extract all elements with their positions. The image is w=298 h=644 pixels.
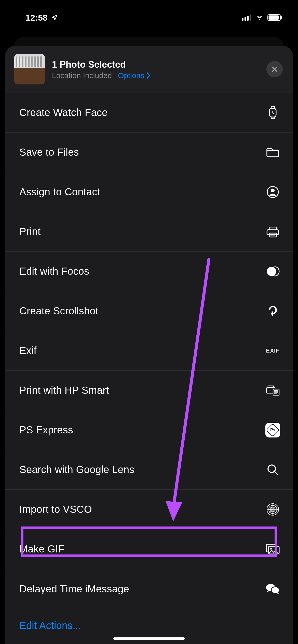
- location-included-label: Location Included: [52, 71, 112, 80]
- action-label: Create Watch Face: [19, 107, 108, 118]
- scrollshot-icon: [265, 305, 280, 317]
- svg-rect-2: [247, 16, 249, 21]
- svg-point-9: [271, 188, 275, 192]
- action-print-hp-smart[interactable]: Print with HP Smart: [5, 371, 293, 410]
- action-label: Delayed Time iMessage: [19, 583, 129, 595]
- svg-rect-5: [269, 16, 279, 20]
- svg-point-22: [270, 548, 272, 550]
- status-bar: 12:58: [0, 0, 298, 25]
- gallery-icon: [265, 543, 280, 555]
- action-label: Exif: [19, 345, 36, 356]
- svg-rect-15: [273, 389, 279, 395]
- printer-icon: [265, 225, 280, 238]
- action-make-gif[interactable]: Make GIF: [5, 529, 293, 569]
- action-delayed-imessage[interactable]: Delayed Time iMessage: [5, 569, 293, 609]
- location-icon: [51, 14, 58, 21]
- action-label: PS Express: [19, 424, 73, 436]
- status-left: 12:58: [25, 13, 58, 23]
- action-create-watch-face[interactable]: Create Watch Face: [5, 93, 293, 133]
- svg-rect-10: [267, 230, 278, 235]
- action-label: Edit with Focos: [19, 266, 89, 277]
- close-icon: [271, 66, 278, 73]
- edit-actions-label: Edit Actions...: [19, 620, 81, 631]
- ps-icon: Ps: [265, 423, 280, 437]
- action-save-to-files[interactable]: Save to Files: [5, 133, 293, 172]
- action-label: Search with Google Lens: [19, 464, 134, 475]
- cellular-icon: [242, 14, 252, 21]
- action-label: Print: [19, 226, 40, 237]
- contact-icon: [265, 186, 280, 198]
- status-right: [242, 14, 283, 21]
- chat-icon: [265, 583, 280, 595]
- svg-rect-0: [242, 18, 243, 21]
- options-label: Options: [118, 71, 144, 80]
- close-button[interactable]: [266, 61, 283, 77]
- action-print[interactable]: Print: [5, 212, 293, 252]
- action-label: Print with HP Smart: [19, 385, 109, 396]
- svg-point-12: [267, 267, 276, 276]
- svg-point-24: [271, 587, 279, 593]
- action-edit-with-focos[interactable]: Edit with Focos: [5, 252, 293, 291]
- action-create-scrollshot[interactable]: Create Scrollshot: [5, 291, 293, 331]
- header-title: 1 Photo Selected: [52, 59, 259, 70]
- svg-rect-3: [250, 14, 251, 21]
- sheet-header: 1 Photo Selected Location Included Optio…: [5, 46, 293, 93]
- selected-photo-thumbnail[interactable]: [14, 54, 45, 84]
- status-time: 12:58: [25, 13, 48, 23]
- action-label: Make GIF: [19, 543, 64, 555]
- svg-rect-1: [245, 17, 246, 21]
- action-search-google-lens[interactable]: Search with Google Lens: [5, 450, 293, 490]
- folder-icon: [265, 147, 280, 158]
- share-sheet: 1 Photo Selected Location Included Optio…: [5, 46, 293, 644]
- wifi-icon: [255, 14, 264, 21]
- header-text: 1 Photo Selected Location Included Optio…: [52, 59, 259, 80]
- action-label: Create Scrollshot: [19, 305, 98, 317]
- battery-icon: [267, 14, 283, 21]
- action-import-vsco[interactable]: Import to VSCO: [5, 490, 293, 529]
- focos-icon: [265, 266, 280, 277]
- action-label: Save to Files: [19, 147, 79, 158]
- home-indicator[interactable]: [113, 637, 185, 640]
- svg-rect-6: [281, 16, 282, 19]
- action-label: Import to VSCO: [19, 504, 92, 515]
- action-label: Assign to Contact: [19, 186, 100, 198]
- search-icon: [265, 463, 280, 476]
- vsco-icon: [265, 503, 280, 516]
- action-exif[interactable]: Exif EXIF: [5, 331, 293, 371]
- action-assign-to-contact[interactable]: Assign to Contact: [5, 172, 293, 212]
- watch-icon: [265, 106, 280, 120]
- chevron-right-icon: [146, 72, 151, 79]
- header-subtitle-row: Location Included Options: [52, 71, 259, 80]
- exif-icon: EXIF: [265, 347, 280, 354]
- action-list: Create Watch Face Save to Files Assign t…: [5, 93, 293, 609]
- hp-printer-icon: [265, 385, 280, 396]
- action-ps-express[interactable]: PS Express Ps: [5, 410, 293, 450]
- options-button[interactable]: Options: [118, 71, 150, 80]
